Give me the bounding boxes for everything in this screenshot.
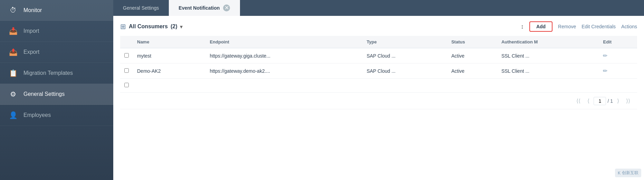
- page-prev-button[interactable]: ⟨: [585, 96, 592, 106]
- page-total: / 1: [607, 98, 613, 104]
- edit-icon-1[interactable]: ✏: [603, 68, 607, 74]
- watermark-text: 创新互联: [622, 170, 638, 176]
- table-row: Demo-AK2 https://gateway.demo-ak2.... SA…: [120, 63, 637, 79]
- table-row: mytest https://gateway.giga.cluste... SA…: [120, 48, 637, 63]
- table-header-auth: Authentication M: [497, 36, 599, 48]
- tab-event-notification[interactable]: Event Notification ✕: [169, 0, 240, 16]
- sidebar-item-label: Monitor: [23, 7, 42, 13]
- actions-button[interactable]: Actions: [621, 24, 637, 29]
- page-last-button[interactable]: ⟩⟩: [623, 96, 633, 106]
- sidebar-item-monitor[interactable]: ⏱ Monitor: [0, 0, 113, 21]
- sidebar-item-label: Employees: [23, 112, 51, 118]
- remove-button[interactable]: Remove: [558, 24, 576, 29]
- table-header-type: Type: [363, 36, 447, 48]
- consumers-table: Name Endpoint Type Status Authentication…: [120, 36, 637, 109]
- pagination: ⟨⟨ ⟨ / 1 ⟩ ⟩⟩: [124, 96, 633, 106]
- row-checkbox-cell: [120, 63, 133, 79]
- table-header-name: Name: [133, 36, 205, 48]
- watermark: K 创新互联: [615, 169, 641, 177]
- filter-count: (2): [171, 23, 177, 30]
- sidebar-item-label: Import: [23, 28, 39, 34]
- tab-general-settings[interactable]: General Settings: [113, 0, 169, 16]
- row-type-0: SAP Cloud ...: [363, 48, 447, 63]
- tab-event-notification-label: Event Notification: [179, 5, 220, 11]
- empty-checkbox[interactable]: [124, 83, 129, 87]
- empty-checkbox-cell: [120, 79, 133, 93]
- row-endpoint-1: https://gateway.demo-ak2....: [205, 63, 362, 79]
- sidebar-item-export[interactable]: 📤 Export: [0, 42, 113, 63]
- sidebar-item-employees[interactable]: 👤 Employees: [0, 105, 113, 126]
- row-name-1: Demo-AK2: [133, 63, 205, 79]
- edit-credentials-button[interactable]: Edit Credentials: [581, 24, 616, 29]
- page-first-button[interactable]: ⟨⟨: [574, 96, 583, 106]
- add-button[interactable]: Add: [529, 21, 552, 32]
- tab-close-button[interactable]: ✕: [223, 4, 230, 11]
- pagination-cell: ⟨⟨ ⟨ / 1 ⟩ ⟩⟩: [120, 93, 637, 109]
- row-name-0: mytest: [133, 48, 205, 63]
- row-auth-1: SSL Client ...: [497, 63, 599, 79]
- sidebar: ⏱ Monitor 📥 Import 📤 Export 📋 Migration …: [0, 0, 113, 180]
- table-header-edit: Edit: [599, 36, 637, 48]
- row-type-1: SAP Cloud ...: [363, 63, 447, 79]
- sidebar-item-label: General Settings: [23, 91, 65, 97]
- table-header-status: Status: [447, 36, 497, 48]
- general-settings-icon: ⚙: [8, 90, 18, 98]
- empty-cells: [133, 79, 637, 93]
- empty-row: [120, 79, 637, 93]
- export-icon: 📤: [8, 48, 18, 56]
- page-next-button[interactable]: ⟩: [614, 96, 622, 106]
- toolbar-left: ⊞ All Consumers (2) ▾: [120, 22, 518, 31]
- row-edit-cell-1: ✏: [599, 63, 637, 79]
- tabs-bar: General Settings Event Notification ✕: [113, 0, 644, 16]
- sidebar-item-migration-templates[interactable]: 📋 Migration Templates: [0, 63, 113, 84]
- sidebar-item-label: Export: [23, 49, 39, 55]
- row-status-1: Active: [447, 63, 497, 79]
- table-header-row: Name Endpoint Type Status Authentication…: [120, 36, 637, 48]
- content-area: ⊞ All Consumers (2) ▾ ↕ Add Remove Edit …: [113, 16, 644, 180]
- tab-general-settings-label: General Settings: [123, 5, 159, 11]
- table-header-checkbox: [120, 36, 133, 48]
- import-icon: 📥: [8, 27, 18, 35]
- toolbar: ⊞ All Consumers (2) ▾ ↕ Add Remove Edit …: [120, 21, 637, 32]
- row-auth-0: SSL Client ...: [497, 48, 599, 63]
- toolbar-right: ↕ Add Remove Edit Credentials Actions: [521, 21, 637, 32]
- monitor-icon: ⏱: [8, 6, 18, 14]
- migration-templates-icon: 📋: [8, 69, 18, 77]
- row-checkbox-0[interactable]: [124, 53, 129, 58]
- main-area: General Settings Event Notification ✕ ⊞ …: [113, 0, 644, 180]
- sidebar-item-general-settings[interactable]: ⚙ General Settings: [0, 84, 113, 105]
- sidebar-item-import[interactable]: 📥 Import: [0, 21, 113, 42]
- table-header-endpoint: Endpoint: [205, 36, 362, 48]
- row-edit-cell-0: ✏: [599, 48, 637, 63]
- row-checkbox-1[interactable]: [124, 68, 129, 73]
- page-current-input[interactable]: [594, 97, 606, 105]
- row-status-0: Active: [447, 48, 497, 63]
- edit-icon-0[interactable]: ✏: [603, 53, 607, 59]
- sort-button[interactable]: ↕: [521, 23, 524, 30]
- grid-icon: ⊞: [120, 22, 126, 31]
- watermark-symbol: K: [618, 171, 621, 176]
- employees-icon: 👤: [8, 111, 18, 119]
- filter-chevron-button[interactable]: ▾: [180, 23, 183, 30]
- pagination-row: ⟨⟨ ⟨ / 1 ⟩ ⟩⟩: [120, 93, 637, 109]
- filter-text: All Consumers: [129, 23, 168, 30]
- consumer-filter-label: All Consumers (2): [129, 23, 177, 30]
- row-checkbox-cell: [120, 48, 133, 63]
- sidebar-item-label: Migration Templates: [23, 70, 73, 76]
- row-endpoint-0: https://gateway.giga.cluste...: [205, 48, 362, 63]
